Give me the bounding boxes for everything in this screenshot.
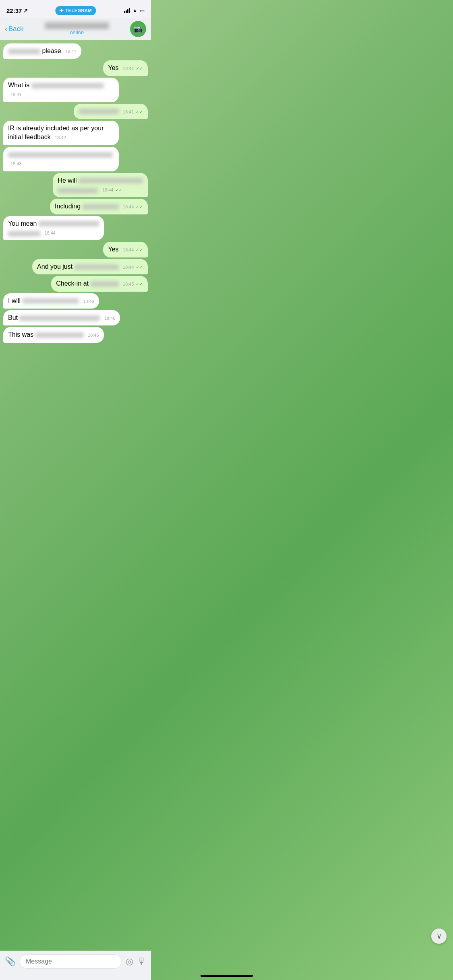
message-time: 18:41	[123, 66, 134, 71]
message-2: Yes 18:41 ✓✓	[103, 60, 148, 76]
bubble-2: Yes 18:41 ✓✓	[103, 60, 148, 76]
message-text: You mean	[8, 220, 39, 227]
blurred-content	[39, 221, 99, 226]
status-indicators: ▲ ▭	[124, 8, 145, 14]
message-time: 18:41	[123, 109, 134, 114]
bubble-4: 18:41 ✓✓	[74, 104, 148, 119]
message-time: 18:43	[10, 161, 22, 166]
message-text: Yes	[108, 64, 118, 71]
bubble-3: What is 18:41	[3, 78, 119, 102]
bubble-14: But 18:46	[3, 310, 120, 325]
message-13: I will 18:46	[3, 293, 99, 309]
message-time: 18:46	[88, 333, 99, 338]
bubble-15: This was 18:46	[3, 327, 104, 342]
check-icon: ✓✓	[136, 66, 143, 71]
message-text: He will	[58, 177, 79, 184]
message-text: And you just	[37, 263, 74, 270]
message-12: Check-in at 18:45 ✓✓	[51, 276, 148, 291]
message-text: Yes	[108, 246, 118, 253]
status-time: 22:37 ↗	[6, 7, 28, 14]
bubble-6: 18:43	[3, 147, 119, 171]
blurred-content	[74, 264, 119, 270]
blurred-content-2	[58, 188, 98, 194]
navigation-bar: ‹ Back online 📷	[0, 18, 151, 40]
check-icon: ✓✓	[136, 247, 143, 252]
check-icon: ✓✓	[136, 265, 143, 270]
message-8: Including 18:44 ✓✓	[50, 199, 148, 214]
status-bar: 22:37 ↗ ✈ TELEGRAM ▲ ▭	[0, 0, 151, 18]
message-time: 18:42	[55, 135, 66, 140]
wifi-icon: ▲	[132, 8, 137, 13]
blurred-content	[8, 49, 40, 54]
message-time: 18:41	[65, 49, 77, 54]
message-11: And you just 18:44 ✓✓	[32, 259, 148, 274]
app-badge: ✈ TELEGRAM	[55, 6, 96, 15]
message-time: 18:44	[102, 187, 114, 192]
message-text: But	[8, 314, 19, 321]
blurred-content	[83, 204, 119, 210]
message-15: This was 18:46	[3, 327, 104, 342]
back-label: Back	[8, 25, 24, 33]
check-icon: ✓✓	[136, 282, 143, 286]
blurred-content	[35, 332, 84, 338]
message-time: 18:46	[104, 316, 116, 321]
message-6: 18:43	[3, 147, 119, 171]
telegram-label: ✈ TELEGRAM	[55, 6, 96, 15]
message-time: 18:44	[123, 204, 134, 209]
message-1: please 18:41	[3, 43, 81, 59]
bubble-8: Including 18:44 ✓✓	[50, 199, 148, 214]
message-10: Yes 18:44 ✓✓	[103, 242, 148, 257]
blurred-content	[19, 315, 100, 321]
bubble-7: He will 18:44 ✓✓	[53, 173, 148, 198]
time-display: 22:37	[6, 7, 22, 14]
message-time: 18:44	[123, 247, 134, 252]
message-time: 18:45	[123, 282, 134, 286]
blurred-content	[79, 109, 119, 114]
message-7: He will 18:44 ✓✓	[53, 173, 148, 198]
message-time: 18:44	[123, 265, 134, 270]
message-time: 18:46	[83, 299, 94, 304]
message-text: This was	[8, 331, 35, 338]
telegram-icon: ✈	[59, 8, 64, 14]
check-icon: ✓✓	[136, 204, 143, 209]
contact-status: online	[23, 29, 130, 35]
bubble-10: Yes 18:44 ✓✓	[103, 242, 148, 257]
chat-area: please 18:41 Yes 18:41 ✓✓ What is 18:41 …	[0, 40, 151, 375]
contact-name	[45, 22, 109, 29]
message-9: You mean 18:44	[3, 216, 104, 241]
bubble-11: And you just 18:44 ✓✓	[32, 259, 148, 274]
check-icon: ✓✓	[136, 109, 143, 114]
bubble-5: IR is already included as per your initi…	[3, 121, 119, 145]
message-text: please	[42, 47, 61, 54]
message-3: What is 18:41	[3, 78, 119, 102]
bubble-13: I will 18:46	[3, 293, 99, 309]
message-time: 18:41	[10, 92, 22, 97]
contact-avatar[interactable]: 📷	[130, 21, 146, 37]
nav-contact-info: online	[23, 22, 130, 35]
message-text: Including	[55, 203, 83, 210]
bubble-1: please 18:41	[3, 43, 81, 59]
message-text: I will	[8, 297, 23, 304]
back-button[interactable]: ‹ Back	[5, 24, 23, 33]
message-14: But 18:46	[3, 310, 120, 325]
blurred-content	[31, 83, 104, 89]
blurred-content	[8, 152, 113, 158]
blurred-content	[79, 178, 143, 183]
message-5: IR is already included as per your initi…	[3, 121, 119, 145]
message-text: What is	[8, 82, 31, 89]
bubble-9: You mean 18:44	[3, 216, 104, 241]
signal-icon	[124, 8, 130, 13]
check-icon: ✓✓	[115, 187, 122, 192]
battery-icon: ▭	[140, 8, 145, 14]
bubble-12: Check-in at 18:45 ✓✓	[51, 276, 148, 291]
location-icon: ↗	[23, 8, 28, 14]
blurred-content	[91, 281, 119, 287]
blurred-content	[23, 298, 79, 304]
avatar-icon: 📷	[134, 25, 143, 33]
back-chevron-icon: ‹	[5, 24, 8, 33]
message-time: 18:44	[44, 231, 56, 235]
message-4: 18:41 ✓✓	[74, 104, 148, 119]
blurred-content-2	[8, 231, 40, 237]
message-text: Check-in at	[56, 280, 90, 287]
